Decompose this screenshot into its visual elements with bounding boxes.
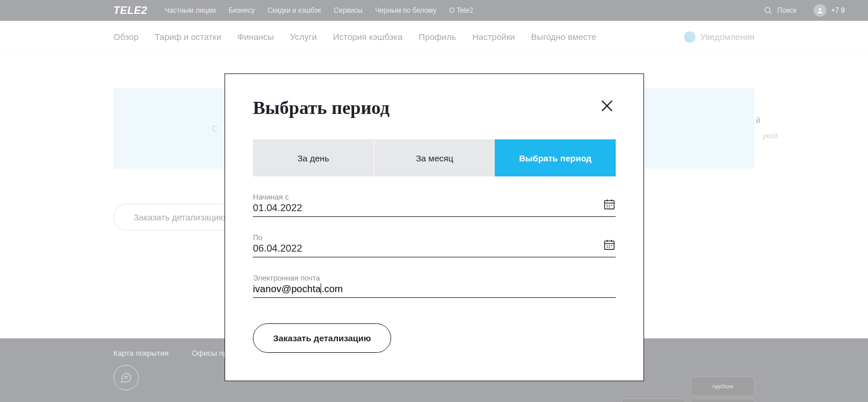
- email-input[interactable]: ivanov@pochta.com: [253, 283, 616, 295]
- close-button[interactable]: [598, 97, 616, 117]
- tab-month[interactable]: За месяц: [374, 139, 495, 176]
- svg-rect-7: [605, 201, 615, 209]
- email-label: Электронная почта: [253, 274, 616, 282]
- close-icon: [599, 98, 615, 113]
- calendar-icon[interactable]: [603, 238, 616, 253]
- field-to: По: [253, 233, 616, 257]
- tab-day[interactable]: За день: [253, 139, 374, 176]
- tab-period[interactable]: Выбрать период: [495, 139, 616, 176]
- to-input[interactable]: [253, 243, 616, 255]
- order-details-button[interactable]: Заказать детализацию: [253, 323, 391, 353]
- period-tabs: За день За месяц Выбрать период: [253, 139, 616, 176]
- field-email: Электронная почта ivanov@pochta.com: [253, 274, 616, 298]
- to-label: По: [253, 233, 616, 242]
- modal-title: Выбрать период: [253, 97, 389, 119]
- calendar-icon[interactable]: [603, 198, 616, 213]
- from-input[interactable]: [253, 202, 616, 214]
- svg-rect-16: [605, 241, 615, 250]
- field-from: Начиная с: [253, 193, 616, 217]
- from-label: Начиная с: [253, 193, 616, 201]
- period-modal: Выбрать период За день За месяц Выбрать …: [225, 73, 644, 381]
- text-cursor: [321, 283, 321, 294]
